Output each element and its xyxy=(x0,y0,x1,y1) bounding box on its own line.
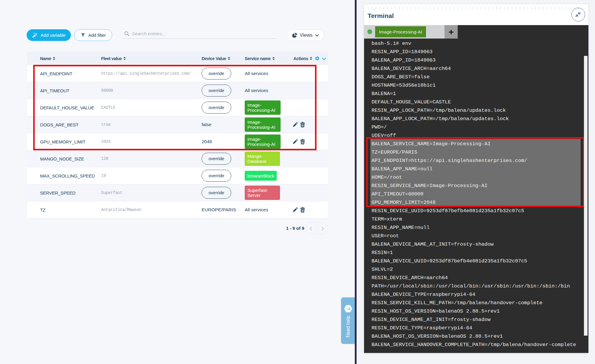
svg-text:?: ? xyxy=(346,307,351,310)
